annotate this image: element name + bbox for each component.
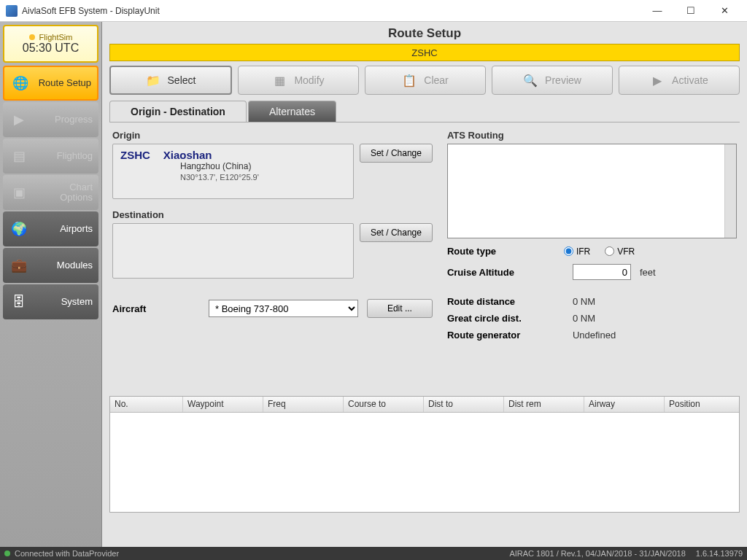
sidebar-item-label: System — [35, 297, 93, 307]
th-freq[interactable]: Freq — [263, 397, 344, 412]
minimize-button[interactable]: — — [640, 0, 674, 22]
aircraft-label: Aircraft — [112, 303, 200, 314]
content-area: Route Setup ZSHC 📁 Select ▦ Modify 📋 Cle… — [102, 22, 747, 547]
magnify-icon: 🔍 — [523, 73, 538, 88]
tab-alternates[interactable]: Alternates — [248, 101, 336, 122]
th-course-to[interactable]: Course to — [344, 397, 424, 412]
close-button[interactable]: ✕ — [708, 0, 741, 22]
globe2-icon: 🌍 — [9, 219, 29, 239]
clock-panel: FlightSim 05:30 UTC — [3, 25, 98, 63]
destination-set-change-button[interactable]: Set / Change — [360, 223, 433, 242]
sidebar-item-label: Airports — [35, 224, 93, 234]
waypoint-table: No. Waypoint Freq Course to Dist to Dist… — [109, 396, 740, 513]
window-title: AivlaSoft EFB System - DisplayUnit — [22, 6, 640, 16]
page-title: Route Setup — [102, 22, 747, 42]
title-bar: AivlaSoft EFB System - DisplayUnit — ☐ ✕ — [0, 0, 747, 22]
select-button[interactable]: 📁 Select — [109, 66, 232, 95]
ats-routing-label: ATS Routing — [447, 130, 737, 141]
database-icon: 🗄 — [9, 292, 29, 312]
globe-icon: 🌐 — [10, 73, 31, 93]
status-bar: Connected with DataProvider AIRAC 1801 /… — [0, 547, 747, 560]
tab-origin-destination[interactable]: Origin - Destination — [109, 101, 247, 122]
cruise-altitude-label: Cruise Altitude — [447, 267, 564, 278]
sidebar-item-label: Modules — [35, 260, 93, 271]
destination-airport-box — [112, 223, 354, 279]
form-panel: Origin ZSHC Xiaoshan Hangzhou (China) N3… — [109, 122, 740, 392]
sidebar-item-label: Progress — [35, 114, 93, 125]
clear-button[interactable]: 📋 Clear — [365, 66, 486, 95]
route-type-vfr[interactable]: VFR — [605, 246, 635, 257]
th-position[interactable]: Position — [665, 397, 739, 412]
destination-label: Destination — [112, 209, 433, 220]
origin-airport-box: ZSHC Xiaoshan Hangzhou (China) N30°13.7'… — [112, 144, 354, 199]
sidebar-item-system[interactable]: 🗄 System — [3, 284, 98, 319]
origin-set-change-button[interactable]: Set / Change — [360, 144, 433, 163]
sidebar-item-label: Chart Options — [35, 182, 93, 203]
sidebar-item-modules[interactable]: 💼 Modules — [3, 248, 98, 283]
folder-search-icon: 📁 — [146, 73, 160, 88]
preview-button[interactable]: 🔍 Preview — [492, 66, 613, 95]
route-type-ifr[interactable]: IFR — [564, 246, 590, 257]
th-dist-to[interactable]: Dist to — [424, 397, 504, 412]
toolbar-label: Activate — [672, 74, 708, 86]
version-text: 1.6.14.13979 — [696, 549, 743, 558]
sidebar-item-chart-options[interactable]: ▣ Chart Options — [3, 175, 98, 210]
route-generator-value: Undefined — [573, 330, 616, 341]
maximize-button[interactable]: ☐ — [674, 0, 708, 22]
origin-coords: N30°13.7', E120°25.9' — [180, 173, 346, 182]
origin-name: Xiaoshan — [163, 149, 212, 161]
route-summary-bar: ZSHC — [109, 44, 740, 61]
book-icon: ▣ — [9, 182, 29, 203]
gc-distance-value: 0 NM — [573, 313, 595, 324]
calendar-icon: ▤ — [9, 146, 29, 166]
sim-status-dot — [29, 34, 35, 40]
sidebar-item-label: Flightlog — [35, 151, 93, 161]
sidebar-item-route-setup[interactable]: 🌐 Route Setup — [3, 66, 98, 101]
clipboard-icon: 📋 — [402, 73, 417, 88]
ifr-radio[interactable] — [564, 246, 573, 256]
th-dist-rem[interactable]: Dist rem — [504, 397, 584, 412]
sidebar-item-label: Route Setup — [36, 78, 91, 88]
route-generator-label: Route generator — [447, 330, 564, 341]
toolbar-label: Preview — [545, 74, 581, 86]
th-waypoint[interactable]: Waypoint — [183, 397, 263, 412]
modify-button[interactable]: ▦ Modify — [238, 66, 359, 95]
sidebar-item-flightlog[interactable]: ▤ Flightlog — [3, 139, 98, 174]
th-no[interactable]: No. — [110, 397, 183, 412]
th-airway[interactable]: Airway — [584, 397, 665, 412]
tab-bar: Origin - Destination Alternates — [102, 101, 747, 122]
play2-icon: ▶ — [650, 73, 665, 88]
cruise-altitude-input[interactable] — [573, 264, 631, 280]
route-distance-value: 0 NM — [573, 296, 595, 307]
activate-button[interactable]: ▶ Activate — [619, 66, 740, 95]
grid-icon: ▦ — [272, 73, 287, 88]
clock-time: 05:30 UTC — [23, 42, 79, 55]
toolbar: 📁 Select ▦ Modify 📋 Clear 🔍 Preview ▶ Ac… — [102, 66, 747, 101]
connection-status-dot — [4, 551, 10, 556]
scrollbar[interactable] — [724, 144, 736, 238]
toolbar-label: Modify — [294, 74, 324, 86]
toolbar-label: Clear — [424, 74, 448, 86]
sidebar-item-progress[interactable]: ▶ Progress — [3, 102, 98, 137]
play-icon: ▶ — [9, 109, 29, 130]
sidebar-item-airports[interactable]: 🌍 Airports — [3, 211, 98, 246]
aircraft-edit-button[interactable]: Edit ... — [367, 299, 433, 318]
origin-label: Origin — [112, 130, 433, 141]
vfr-radio[interactable] — [605, 246, 614, 256]
app-icon — [6, 5, 18, 17]
ats-routing-textarea[interactable] — [447, 144, 737, 238]
cruise-altitude-unit: feet — [640, 267, 656, 278]
toolbar-label: Select — [168, 74, 196, 86]
connection-status-text: Connected with DataProvider — [15, 549, 119, 558]
sidebar: FlightSim 05:30 UTC 🌐 Route Setup ▶ Prog… — [0, 22, 102, 547]
table-header: No. Waypoint Freq Course to Dist to Dist… — [110, 397, 739, 413]
origin-city: Hangzhou (China) — [180, 161, 346, 171]
briefcase-icon: 💼 — [9, 255, 29, 276]
sim-label: FlightSim — [39, 33, 73, 42]
origin-icao: ZSHC — [120, 149, 150, 161]
route-type-label: Route type — [447, 246, 549, 257]
aircraft-select[interactable]: * Boeing 737-800 — [209, 300, 358, 317]
airac-text: AIRAC 1801 / Rev.1, 04/JAN/2018 - 31/JAN… — [509, 549, 685, 558]
gc-distance-label: Great circle dist. — [447, 313, 564, 324]
route-distance-label: Route distance — [447, 296, 564, 307]
